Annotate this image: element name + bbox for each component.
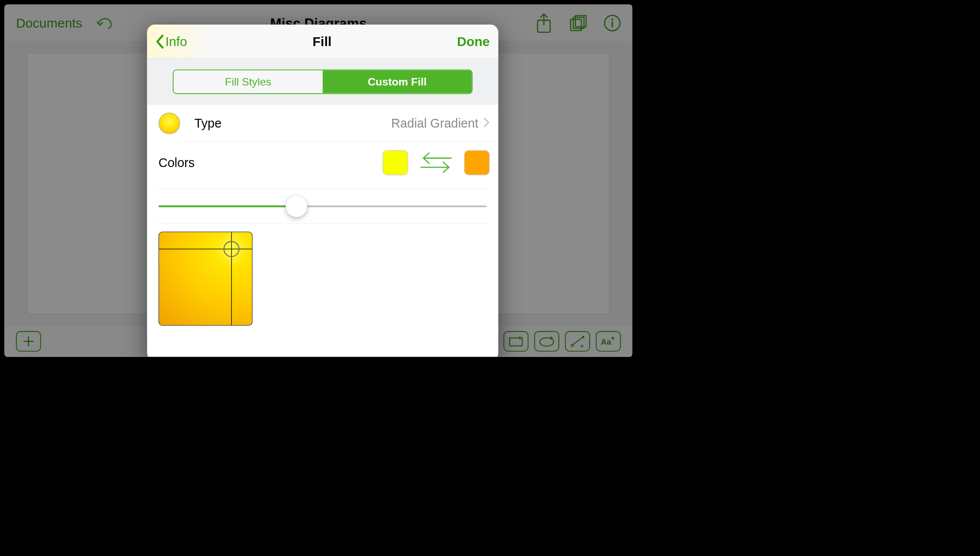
popover-header: Info Fill Done [147,25,498,59]
segment-fill-styles[interactable]: Fill Styles [174,71,323,93]
popover-title: Fill [313,34,332,49]
fill-popover: Info Fill Done Fill Styles Custom Fill T… [147,25,498,357]
gradient-blend-slider[interactable] [158,200,487,212]
gradient-color-2[interactable] [464,150,490,175]
slider-knob[interactable] [286,196,307,217]
swap-colors-button[interactable] [416,149,456,176]
fill-segmented-control: Fill Styles Custom Fill [173,70,473,94]
slider-fill [158,206,296,207]
fill-colors-row: Colors [147,142,498,183]
popover-back-button[interactable]: Info [156,34,187,49]
gradient-center-editor[interactable] [158,232,252,325]
fill-type-preview-icon [158,113,180,134]
popover-done-button[interactable]: Done [457,34,490,49]
popover-back-label: Info [165,34,187,49]
chevron-right-icon [483,116,490,130]
chevron-left-icon [156,34,164,48]
swap-arrows-icon [418,149,454,176]
segment-custom-fill[interactable]: Custom Fill [323,71,472,93]
fill-type-row[interactable]: Type Radial Gradient [147,105,498,142]
fill-colors-label: Colors [158,156,375,170]
gradient-center-handle[interactable] [224,241,240,257]
fill-type-value: Radial Gradient [391,116,479,130]
fill-type-label: Type [194,116,391,130]
gradient-color-1[interactable] [383,150,408,175]
